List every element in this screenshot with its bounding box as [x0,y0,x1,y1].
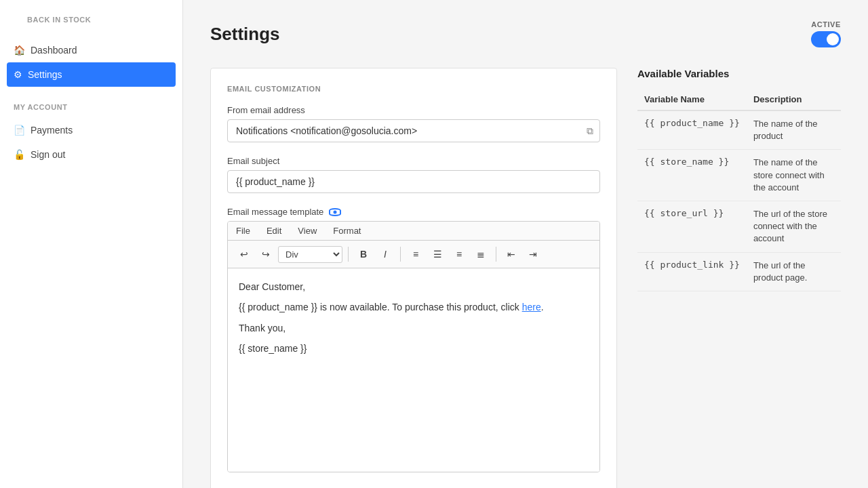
email-subject-label: Email subject [227,156,600,166]
gear-icon: ⚙ [14,69,22,80]
sidebar-item-signout[interactable]: 🔓 Sign out [0,142,182,167]
email-template-label: Email message template [227,207,323,217]
page-title: Settings [210,24,280,45]
brand-label: BACK IN STOCK [14,16,104,30]
variables-table: Variable Name Description {{ product_nam… [637,89,841,291]
table-row: {{ product_link }} The url of the produc… [637,252,841,291]
account-label: MY ACCOUNT [0,103,182,118]
indent-button[interactable]: ⇥ [524,245,542,264]
variables-title: Available Variables [637,68,841,79]
signout-icon: 🔓 [14,149,25,160]
active-toggle[interactable] [811,31,841,47]
var-desc-cell: The url of the product page. [747,252,841,291]
var-name-cell: {{ store_name }} [637,150,747,201]
toolbar-divider-3 [496,247,496,262]
menu-file[interactable]: File [228,222,258,240]
menu-edit[interactable]: Edit [258,222,290,240]
align-center-button[interactable]: ☰ [428,245,447,264]
editor-body[interactable]: Dear Customer, {{ product_name }} is now… [228,268,599,472]
redo-button[interactable]: ↪ [256,245,275,264]
rich-text-editor: File Edit View Format ↩ ↪ Div Paragraph [227,221,600,472]
var-desc-cell: The url of the store connect with the ac… [747,201,841,252]
email-customization-section: EMAIL CUSTOMIZATION From email address ⧉… [210,68,617,488]
variables-section: Available Variables Variable Name Descri… [637,68,841,291]
table-row: {{ store_url }} The url of the store con… [637,201,841,252]
undo-button[interactable]: ↩ [235,245,254,264]
table-row: {{ store_name }} The name of the store c… [637,150,841,201]
col-variable-name: Variable Name [637,89,747,110]
align-left-button[interactable]: ≡ [406,245,425,264]
email-subject-field-group: Email subject [227,156,600,193]
variables-table-body: {{ product_name }} The name of the produ… [637,110,841,291]
italic-button[interactable]: I [376,245,395,264]
table-header-row: Variable Name Description [637,89,841,110]
sidebar-item-payments[interactable]: 📄 Payments [0,118,182,142]
table-row: {{ product_name }} The name of the produ… [637,110,841,150]
var-desc-cell: The name of the store connect with the a… [747,150,841,201]
account-section: MY ACCOUNT 📄 Payments 🔓 Sign out [0,103,182,167]
form-area: EMAIL CUSTOMIZATION From email address ⧉… [210,68,617,488]
editor-line-thankyou: Thank you, [239,321,589,336]
home-icon: 🏠 [14,45,25,56]
copy-icon: ⧉ [587,125,593,137]
editor-menu-bar: File Edit View Format [228,222,599,241]
align-justify-button[interactable]: ≣ [471,245,490,264]
sidebar-item-settings[interactable]: ⚙ Settings [7,62,176,87]
from-email-input[interactable] [227,119,600,142]
var-name-cell: {{ store_url }} [637,201,747,252]
from-email-field-group: From email address ⧉ [227,105,600,142]
menu-view[interactable]: View [290,222,325,240]
toolbar-divider-2 [400,247,401,262]
block-format-select[interactable]: Div Paragraph Heading 1 Heading 2 [278,246,342,263]
editor-line-message: {{ product_name }} is now available. To … [239,300,589,314]
outdent-button[interactable]: ⇤ [502,245,521,264]
bold-button[interactable]: B [354,245,373,264]
active-toggle-section: ACTIVE [811,20,841,47]
from-email-label: From email address [227,105,600,115]
email-template-field-group: Email message template File Edit View Fo… [227,207,600,472]
email-subject-input[interactable] [227,170,600,193]
payments-icon: 📄 [14,125,25,136]
toggle-wrapper [811,31,841,47]
editor-toolbar: ↩ ↪ Div Paragraph Heading 1 Heading 2 B … [228,241,599,268]
var-desc-cell: The name of the product [747,110,841,150]
main-nav: 🏠 Dashboard ⚙ Settings [0,38,182,87]
section-label: EMAIL CUSTOMIZATION [227,85,600,93]
var-name-cell: {{ product_link }} [637,252,747,291]
from-email-input-wrapper: ⧉ [227,119,600,142]
col-description: Description [747,89,841,110]
sidebar-item-dashboard[interactable]: 🏠 Dashboard [0,38,182,62]
align-right-button[interactable]: ≡ [450,245,469,264]
editor-link-here[interactable]: here [522,302,541,312]
editor-line-storename: {{ store_name }} [239,341,589,356]
active-label: ACTIVE [811,20,841,28]
main-content: Settings ACTIVE EMAIL CUSTOMIZATION From… [183,0,868,488]
menu-format[interactable]: Format [325,222,369,240]
sidebar: BACK IN STOCK 🏠 Dashboard ⚙ Settings MY … [0,0,183,488]
editor-line-greeting: Dear Customer, [239,279,589,294]
toolbar-divider-1 [348,247,349,262]
preview-icon[interactable] [329,208,341,216]
var-name-cell: {{ product_name }} [637,110,747,150]
main-layout: EMAIL CUSTOMIZATION From email address ⧉… [210,68,841,488]
email-template-label-row: Email message template [227,207,600,217]
email-subject-input-wrapper [227,170,600,193]
page-header: Settings ACTIVE [210,20,841,47]
